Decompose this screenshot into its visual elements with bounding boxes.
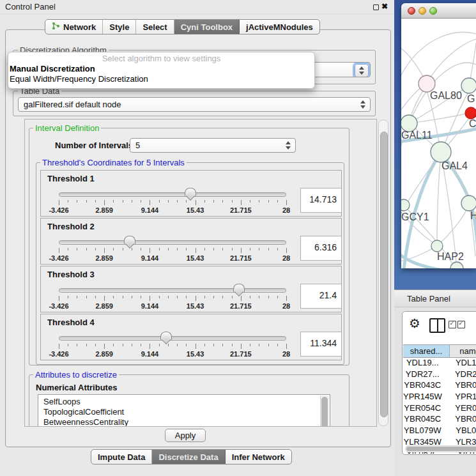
tab-cyni-toolbox[interactable]: Cyni Toolbox [174, 20, 240, 34]
tick-mark [250, 248, 250, 250]
main-scrollbar-thumb[interactable] [380, 132, 388, 417]
slider-thumb-icon[interactable] [124, 236, 135, 244]
network-node-c[interactable] [465, 107, 476, 119]
minimize-traffic-light-icon[interactable] [418, 7, 426, 15]
number-of-intervals-combobox[interactable]: 5 [130, 138, 296, 153]
tick-mark [86, 200, 87, 203]
tick-mark [268, 344, 269, 346]
slider-track[interactable] [59, 288, 286, 293]
tick-mark [186, 200, 187, 203]
list-scrollbar[interactable] [320, 395, 329, 427]
table-cell: YER054C [403, 403, 441, 414]
network-node-h[interactable] [461, 196, 476, 211]
network-node-hap2[interactable] [431, 240, 443, 252]
tick-mark [132, 200, 132, 203]
split-columns-icon[interactable] [429, 318, 445, 333]
tab-impute-data[interactable]: Impute Data [91, 450, 152, 464]
slider-track[interactable] [59, 240, 286, 245]
tick-mark [204, 200, 205, 203]
threshold-value-field[interactable]: 6.316 [300, 236, 342, 261]
network-canvas[interactable]: GAL80GCGAL11GAL4GCY1HHAP2 [401, 19, 476, 268]
tab-jactivemnodules[interactable]: jActiveMNodules [240, 20, 319, 34]
list-scrollbar-thumb[interactable] [321, 397, 328, 427]
attribute-item-betweennesscentrality[interactable]: BetweennessCentrality [38, 417, 330, 427]
tab-label: jActiveMNodules [246, 22, 313, 32]
threshold-slider[interactable]: -3.4262.8599.14415.4321.71528 [59, 188, 286, 216]
tick-mark [196, 248, 196, 253]
table-row[interactable]: YPR145WYPR1 [403, 391, 476, 403]
bottom-tab-bar: Impute DataDiscretize DataInfer Network [91, 449, 292, 464]
tab-style[interactable]: Style [103, 20, 136, 34]
tick-mark [196, 200, 196, 205]
gear-icon[interactable]: ⚙ [409, 316, 420, 331]
slider-track[interactable] [59, 336, 286, 341]
threshold-label: Threshold 1 [47, 174, 95, 183]
tab-label: Impute Data [98, 452, 145, 462]
close-traffic-light-icon[interactable] [408, 7, 415, 15]
slider-thumb-icon[interactable] [233, 284, 245, 292]
tick-mark [59, 344, 59, 349]
tab-discretize-data[interactable]: Discretize Data [152, 450, 225, 464]
tick-mark [86, 248, 87, 250]
tab-select[interactable]: Select [136, 20, 174, 34]
slider-thumb-icon[interactable] [160, 332, 172, 340]
slider-track[interactable] [59, 192, 286, 197]
table-horizontal-scrollbar[interactable] [405, 445, 476, 452]
threshold-value-field[interactable]: 11.344 [300, 332, 342, 357]
threshold-value-field[interactable]: 21.4 [300, 284, 342, 309]
main-scrollbar[interactable] [378, 119, 388, 426]
column-header-name[interactable]: name [450, 345, 476, 357]
slider-thumb-icon[interactable] [185, 188, 196, 196]
table-row[interactable]: YBL079WYBL0 [403, 425, 476, 436]
tick-label: 28 [282, 206, 290, 214]
combobox-stepper-icon[interactable] [355, 64, 369, 77]
table-row[interactable]: YBR045CYBR0 [403, 413, 476, 425]
algorithm-option-equal-width-frequency-discretization[interactable]: Equal Width/Frequency Discretization [8, 74, 314, 84]
tick-mark [86, 296, 87, 298]
tick-mark [204, 248, 205, 250]
slider-tick-labels: -3.4262.8599.14415.4321.71528 [59, 254, 286, 263]
combobox-arrows-icon [360, 98, 366, 111]
threshold-slider[interactable]: -3.4262.8599.14415.4321.71528 [59, 236, 286, 264]
close-icon[interactable]: ✖ [381, 2, 388, 11]
apply-button[interactable]: Apply [165, 429, 206, 442]
tick-label: 15.43 [187, 254, 204, 262]
network-node[interactable] [450, 262, 463, 268]
tab-infer-network[interactable]: Infer Network [226, 450, 291, 464]
tab-label: Style [109, 22, 129, 32]
threshold-value-field[interactable]: 14.713 [300, 188, 342, 213]
table-cell: YPR145W [403, 391, 442, 403]
attribute-item-selfloops[interactable]: SelfLoops [38, 397, 330, 407]
table-row[interactable]: YDR27...YDR2 [403, 369, 476, 380]
down-arrow-icon [359, 72, 364, 75]
network-window: GAL80GCGAL11GAL4GCY1HHAP2 [401, 3, 476, 268]
network-node-gcy1[interactable] [401, 199, 410, 211]
table-hscrollbar-thumb[interactable] [406, 447, 476, 451]
network-node-g[interactable] [461, 78, 476, 93]
threshold-slider[interactable]: -3.4262.8599.14415.4321.71528 [59, 284, 286, 312]
table-row[interactable]: YBR043CYBR0 [403, 380, 476, 391]
tab-network[interactable]: Network [45, 20, 103, 34]
tick-mark [268, 248, 269, 250]
tick-mark [141, 200, 141, 203]
table-row[interactable]: YDL19...YDL1 [403, 357, 476, 369]
tick-mark [113, 200, 114, 203]
float-window-icon[interactable] [373, 4, 379, 10]
combobox-arrows-icon [286, 139, 291, 152]
checkbox-icon[interactable] [449, 321, 456, 328]
tick-label: 9.144 [141, 206, 159, 214]
zoom-traffic-light-icon[interactable] [429, 7, 437, 15]
threshold-slider[interactable]: -3.4262.8599.14415.4321.71528 [59, 332, 286, 360]
algorithm-popup-options: Manual DiscretizationEqual Width/Frequen… [8, 64, 314, 84]
network-window-titlebar[interactable] [401, 3, 476, 19]
node-label: C [469, 118, 476, 129]
table-data-combobox[interactable]: galFiltered.sif default node [18, 97, 371, 112]
attributes-group-title: Attributes to discretize [33, 370, 119, 380]
column-header-shared[interactable]: shared... [403, 345, 450, 357]
algorithm-option-manual-discretization[interactable]: Manual Discretization [8, 64, 314, 74]
table-row[interactable]: YER054CYER0 [403, 403, 476, 414]
network-node-gal4[interactable] [431, 142, 451, 162]
checkbox-icon[interactable] [457, 321, 465, 328]
attribute-item-topologicalcoefficient[interactable]: TopologicalCoefficient [38, 407, 330, 417]
down-arrow-icon [360, 105, 365, 109]
